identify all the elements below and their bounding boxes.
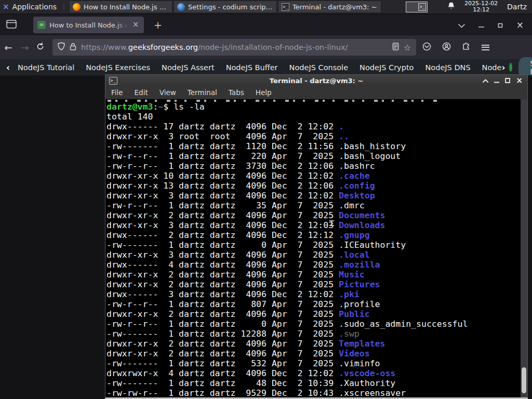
- site-nav-bar: ‹ NodeJS Tutorial NodeJS Exercises NodeJ…: [0, 59, 532, 75]
- nav-item-crypto[interactable]: NodeJS Crypto: [354, 63, 419, 72]
- menu-tabs[interactable]: Tabs: [223, 88, 250, 97]
- list-all-tabs-icon[interactable]: [458, 20, 465, 30]
- nav-item-dns[interactable]: NodeJS DNS: [419, 63, 476, 72]
- firefox-toolbar: ← → https://www.geeksforgeeks.org/node-j…: [0, 35, 532, 59]
- nav-item-tutorial[interactable]: NodeJS Tutorial: [12, 63, 80, 72]
- bookmark-star-icon[interactable]: ☆: [404, 43, 411, 52]
- back-icon[interactable]: ←: [0, 42, 17, 53]
- account-icon[interactable]: [442, 42, 451, 53]
- panel-separator: ⋮: [61, 0, 69, 14]
- geeksforgeeks-favicon: ∞: [37, 21, 46, 29]
- terminal-icon: >_: [109, 77, 117, 85]
- taskbar-window-label: How to Install Node.js o...: [84, 3, 169, 11]
- window-close-icon[interactable]: ×: [516, 77, 523, 84]
- nav-scroll-right-icon[interactable]: ›: [501, 62, 508, 73]
- extensions-puzzle-icon[interactable]: [462, 42, 471, 53]
- panel-clock[interactable]: 2025-12-02 12:12: [464, 1, 498, 13]
- terminal-icon: >_: [282, 3, 289, 11]
- nav-item-truncated[interactable]: Node: [476, 63, 502, 72]
- url-text: https://www.geeksforgeeks.org/node-js/in…: [81, 43, 388, 51]
- top-panel: × Applications ⋮ How to Install Node.js …: [0, 0, 532, 14]
- taskbar-window-label: Settings - codium script...: [188, 3, 273, 11]
- user-menu[interactable]: Dartz: [507, 3, 527, 11]
- taskbar-window-firefox[interactable]: How to Install Node.js o...: [69, 1, 172, 13]
- workspace-switcher[interactable]: >_: [406, 2, 428, 12]
- terminal-window: >_ Terminal - dartz@vm3: ~ × File Edit V…: [105, 74, 528, 399]
- nav-item-assert[interactable]: NodeJS Assert: [156, 63, 220, 72]
- vscodium-icon: [177, 3, 185, 11]
- tracking-shield-icon[interactable]: [58, 42, 65, 52]
- terminal-scrollbar[interactable]: [521, 99, 527, 397]
- tab-close-icon[interactable]: ×: [130, 20, 141, 30]
- window-minimize-icon[interactable]: [478, 20, 484, 30]
- terminal-titlebar[interactable]: >_ Terminal - dartz@vm3: ~ ×: [105, 75, 527, 86]
- xfce-logo-icon: ×: [3, 2, 9, 11]
- window-maximize-icon[interactable]: [498, 20, 503, 30]
- terminal-title: Terminal - dartz@vm3: ~: [105, 77, 527, 85]
- reload-icon[interactable]: [36, 43, 44, 52]
- reader-view-icon[interactable]: [392, 43, 399, 52]
- scrollbar-thumb[interactable]: [522, 367, 526, 393]
- firefox-icon: [73, 3, 81, 11]
- menu-help[interactable]: Help: [250, 88, 277, 97]
- search-icon[interactable]: [509, 63, 512, 72]
- menu-view[interactable]: View: [154, 88, 182, 97]
- taskbar-window-codium[interactable]: Settings - codium script...: [174, 1, 277, 13]
- lock-icon[interactable]: [70, 43, 76, 52]
- menu-terminal[interactable]: Terminal: [182, 88, 223, 97]
- firefox-view-icon[interactable]: [6, 20, 17, 31]
- taskbar-window-terminal[interactable]: >_ Terminal - dartz@vm3: ~: [278, 1, 381, 13]
- terminal-output: dartz@vm3:~$ ls -latotal 140drwx------ 1…: [105, 99, 521, 397]
- taskbar-window-label: Terminal - dartz@vm3: ~: [292, 3, 377, 11]
- notification-bell-icon[interactable]: [447, 2, 455, 12]
- shade-window-icon[interactable]: [483, 79, 488, 83]
- text-cursor-ibeam: ⌶: [329, 218, 334, 228]
- window-maximize-icon[interactable]: [505, 78, 510, 83]
- workspace-terminal-miniature: >_: [418, 3, 426, 11]
- new-tab-button[interactable]: +: [151, 19, 165, 31]
- window-close-icon[interactable]: ×: [516, 20, 524, 30]
- terminal-menubar: File Edit View Terminal Tabs Help: [105, 86, 527, 99]
- clock-time: 12:12: [464, 7, 498, 13]
- nav-item-buffer[interactable]: NodeJS Buffer: [220, 63, 284, 72]
- menu-file[interactable]: File: [105, 88, 129, 97]
- applications-menu[interactable]: × Applications: [0, 0, 61, 14]
- scrolled-text-sliver: [108, 100, 440, 102]
- forward-icon[interactable]: →: [17, 42, 33, 53]
- window-minimize-icon[interactable]: [494, 78, 499, 83]
- applications-label: Applications: [12, 3, 57, 11]
- menu-hamburger-icon[interactable]: [482, 45, 489, 50]
- browser-tab-active[interactable]: ∞ How to Install Node.js on ×: [33, 17, 144, 33]
- nav-scroll-left-icon[interactable]: ‹: [0, 62, 12, 73]
- firefox-tab-bar: ∞ How to Install Node.js on × + ×: [0, 15, 532, 35]
- nav-item-exercises[interactable]: NodeJS Exercises: [80, 63, 156, 72]
- pocket-icon[interactable]: [422, 42, 431, 53]
- menu-edit[interactable]: Edit: [129, 88, 154, 97]
- tab-title-fade: [115, 17, 129, 33]
- nav-item-console[interactable]: NodeJS Console: [284, 63, 354, 72]
- url-bar[interactable]: https://www.geeksforgeeks.org/node-js/in…: [52, 39, 416, 56]
